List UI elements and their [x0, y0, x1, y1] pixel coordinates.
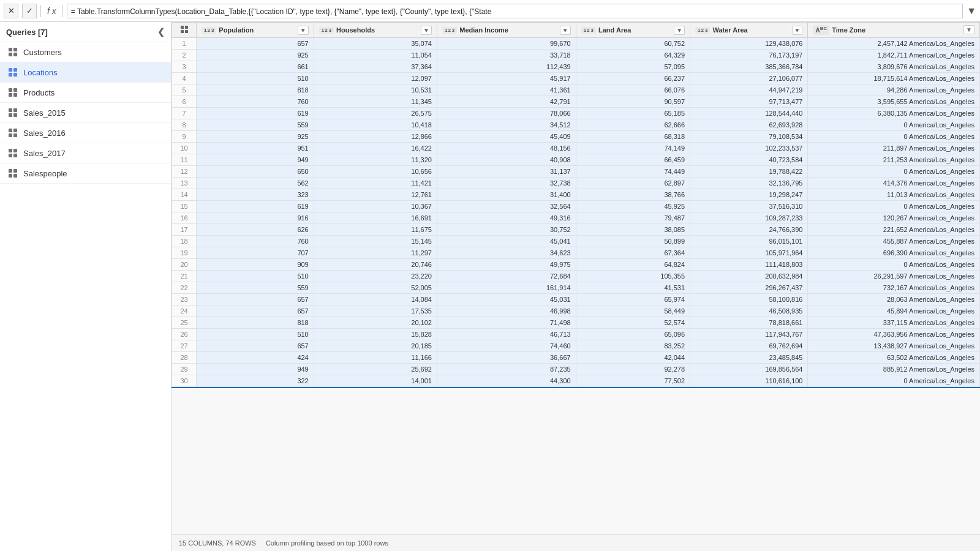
cell-population: 760	[197, 236, 314, 247]
cell-medianIncome: 99,670	[437, 38, 576, 50]
svg-rect-25	[13, 169, 17, 173]
svg-rect-7	[13, 73, 17, 77]
row-number: 9	[172, 131, 197, 143]
column-header-population[interactable]: 123Population▼	[197, 23, 314, 38]
column-header-landArea[interactable]: 123Land Area▼	[576, 23, 690, 38]
cell-households: 52,005	[314, 282, 437, 294]
cell-landArea: 41,531	[576, 282, 690, 294]
cell-medianIncome: 49,316	[437, 212, 576, 224]
column-header-timeZone[interactable]: ABCTime Zone▼	[808, 23, 980, 38]
sidebar-item-label: Customers	[23, 48, 62, 57]
cell-landArea: 64,824	[576, 259, 690, 271]
cell-waterArea: 110,616,100	[690, 375, 808, 387]
cell-medianIncome: 32,738	[437, 178, 576, 189]
svg-rect-21	[13, 149, 17, 152]
svg-rect-6	[9, 73, 12, 77]
sidebar-item-products[interactable]: Products	[0, 83, 171, 103]
sidebar-item-sales2017[interactable]: Sales_2017	[0, 143, 171, 163]
row-number: 17	[172, 224, 197, 236]
status-bar: 15 COLUMNS, 74 ROWS Column profiling bas…	[172, 534, 980, 551]
formula-content[interactable]: = Table.TransformColumnTypes(Location_Da…	[67, 4, 963, 18]
formula-expand-btn[interactable]: ▼	[967, 6, 976, 17]
svg-rect-29	[185, 26, 188, 29]
row-number: 12	[172, 166, 197, 178]
row-number: 2	[172, 50, 197, 61]
cell-medianIncome: 45,031	[437, 294, 576, 305]
cell-households: 25,692	[314, 364, 437, 375]
sidebar-item-customers[interactable]: Customers	[0, 42, 171, 62]
cell-waterArea: 105,971,964	[690, 247, 808, 259]
cell-population: 657	[197, 305, 314, 317]
cancel-button[interactable]: ✕	[4, 4, 18, 18]
col-filter-waterArea[interactable]: ▼	[792, 26, 803, 35]
cell-waterArea: 69,762,694	[690, 340, 808, 352]
col-filter-households[interactable]: ▼	[421, 26, 432, 35]
cell-waterArea: 46,508,935	[690, 305, 808, 317]
cell-households: 17,535	[314, 305, 437, 317]
cell-timeZone: 1,842,711 America/Los_Angeles	[808, 50, 980, 61]
cell-population: 322	[197, 375, 314, 387]
cell-landArea: 74,149	[576, 143, 690, 154]
row-number: 30	[172, 375, 197, 387]
grid-icon	[7, 168, 18, 179]
cell-households: 11,054	[314, 50, 437, 61]
cell-population: 951	[197, 143, 314, 154]
cell-households: 11,297	[314, 247, 437, 259]
cell-waterArea: 24,766,390	[690, 224, 808, 236]
cell-landArea: 65,096	[576, 329, 690, 340]
cell-landArea: 65,185	[576, 108, 690, 119]
grid-icon	[7, 107, 18, 118]
cell-medianIncome: 46,713	[437, 329, 576, 340]
cell-landArea: 42,044	[576, 352, 690, 364]
cell-medianIncome: 78,066	[437, 108, 576, 119]
sidebar-item-sales2016[interactable]: Sales_2016	[0, 123, 171, 143]
cell-population: 323	[197, 189, 314, 201]
column-header-medianIncome[interactable]: 123Median Income▼	[437, 23, 576, 38]
cell-waterArea: 40,723,584	[690, 154, 808, 166]
table-wrapper[interactable]: 123Population▼123Households▼123Median In…	[172, 22, 980, 534]
cell-population: 619	[197, 201, 314, 212]
cell-medianIncome: 161,914	[437, 282, 576, 294]
cell-population: 657	[197, 38, 314, 50]
column-header-waterArea[interactable]: 123Water Area▼	[690, 23, 808, 38]
cell-medianIncome: 31,137	[437, 166, 576, 178]
sidebar-item-locations[interactable]: Locations	[0, 62, 171, 83]
table-row: 1432312,76131,40038,76619,298,24711,013 …	[172, 189, 980, 201]
cell-timeZone: 696,390 America/Los_Angeles	[808, 247, 980, 259]
table-row: 2581820,10271,49852,57478,818,661337,115…	[172, 317, 980, 329]
cell-landArea: 62,897	[576, 178, 690, 189]
sidebar-collapse-button[interactable]: ❮	[157, 27, 165, 37]
col-filter-timeZone[interactable]: ▼	[963, 25, 974, 34]
cell-timeZone: 0 America/Los_Angeles	[808, 375, 980, 387]
row-number-header[interactable]	[172, 23, 197, 38]
table-row: 366137,364112,43957,095385,366,7843,809,…	[172, 61, 980, 73]
cell-landArea: 64,329	[576, 50, 690, 61]
svg-rect-27	[13, 174, 17, 178]
confirm-button[interactable]: ✓	[22, 4, 37, 18]
col-filter-landArea[interactable]: ▼	[674, 26, 685, 35]
cell-medianIncome: 34,512	[437, 119, 576, 131]
cell-medianIncome: 30,752	[437, 224, 576, 236]
row-number: 1	[172, 38, 197, 50]
col-filter-medianIncome[interactable]: ▼	[560, 26, 571, 35]
col-filter-population[interactable]: ▼	[298, 26, 309, 35]
sidebar-item-salespeople[interactable]: Salespeople	[0, 163, 171, 184]
cell-timeZone: 6,380,135 America/Los_Angeles	[808, 108, 980, 119]
cell-waterArea: 19,788,422	[690, 166, 808, 178]
svg-rect-5	[13, 68, 17, 72]
column-header-households[interactable]: 123Households▼	[314, 23, 437, 38]
cell-population: 510	[197, 73, 314, 84]
cell-households: 20,102	[314, 317, 437, 329]
cell-landArea: 83,252	[576, 340, 690, 352]
cell-households: 37,364	[314, 61, 437, 73]
cell-households: 35,074	[314, 38, 437, 50]
cell-population: 650	[197, 166, 314, 178]
sidebar-item-sales2015[interactable]: Sales_2015	[0, 103, 171, 123]
sidebar-header: Queries [7] ❮	[0, 22, 171, 42]
row-number: 11	[172, 154, 197, 166]
cell-waterArea: 129,438,076	[690, 38, 808, 50]
table-row: 1691616,69149,31679,487109,287,233120,26…	[172, 212, 980, 224]
cell-population: 818	[197, 317, 314, 329]
cell-population: 626	[197, 224, 314, 236]
cell-landArea: 45,925	[576, 201, 690, 212]
